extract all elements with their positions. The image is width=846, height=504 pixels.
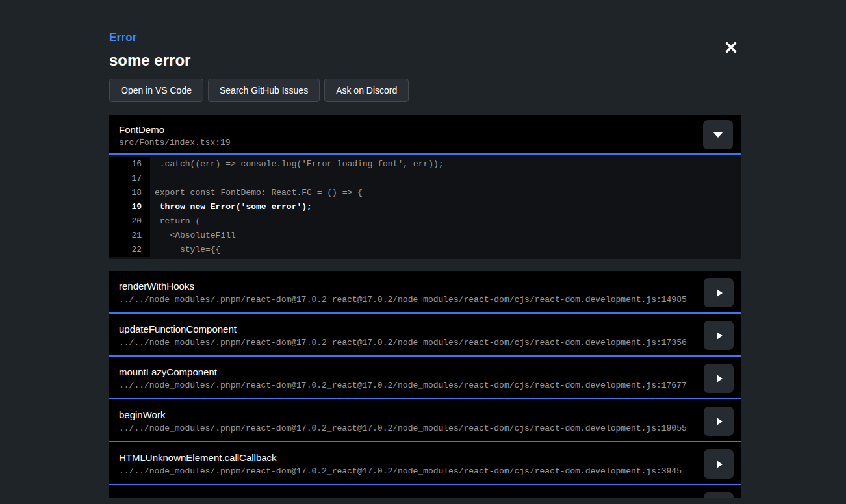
- play-expand-icon: [717, 418, 723, 425]
- expand-stack-frame-button[interactable]: [704, 492, 734, 498]
- line-code: throw new Error('some error');: [150, 200, 741, 214]
- action-buttons: Open in VS Code Search GitHub Issues Ask…: [109, 79, 409, 102]
- stack-trace-list: renderWithHooks ../../node_modules/.pnpm…: [109, 271, 741, 498]
- stack-frame-beginwork: beginWork ../../node_modules/.pnpm/react…: [109, 399, 741, 442]
- code-line: 21 <AbsoluteFill: [109, 229, 741, 243]
- code-frame-function-name: FontDemo: [119, 124, 741, 135]
- ask-on-discord-button[interactable]: Ask on Discord: [324, 79, 409, 102]
- stack-frame-callcallback: HTMLUnknownElement.callCallback ../../no…: [109, 442, 741, 485]
- code-line-highlighted: 19 throw new Error('some error');: [109, 200, 741, 214]
- play-expand-icon: [717, 289, 723, 297]
- stack-frame-mountlazycomponent: mountLazyComponent ../../node_modules/.p…: [109, 357, 741, 399]
- line-number: 19: [109, 200, 150, 214]
- line-number: 18: [109, 186, 150, 200]
- line-number: 22: [109, 243, 150, 257]
- code-frame-header: FontDemo src/Fonts/index.tsx:19: [109, 115, 741, 155]
- stack-frame-renderwithhooks: renderWithHooks ../../node_modules/.pnpm…: [109, 271, 741, 314]
- code-frame-panel: FontDemo src/Fonts/index.tsx:19 16 .catc…: [109, 115, 741, 259]
- stack-frame-path: ../../node_modules/.pnpm/react-dom@17.0.…: [119, 423, 741, 433]
- line-code: export const FontDemo: React.FC = () => …: [150, 186, 741, 200]
- code-line: 20 return (: [109, 214, 741, 229]
- line-number: 20: [109, 214, 150, 229]
- stack-frame-title: updateFunctionComponent: [119, 323, 741, 334]
- chevron-down-icon: [713, 132, 723, 138]
- play-expand-icon: [717, 375, 723, 383]
- stack-frame-title: beginWork: [119, 409, 741, 420]
- code-line: 17: [109, 171, 741, 186]
- close-button[interactable]: [724, 40, 738, 55]
- collapse-code-frame-button[interactable]: [703, 120, 733, 149]
- line-number: 21: [109, 229, 150, 243]
- stack-frame-title: renderWithHooks: [119, 281, 741, 292]
- expand-stack-frame-button[interactable]: [704, 364, 734, 393]
- line-code: style={{: [150, 243, 741, 257]
- expand-stack-frame-button[interactable]: [704, 449, 734, 479]
- error-message: some error: [109, 51, 190, 69]
- code-frame-location: src/Fonts/index.tsx:19: [119, 138, 741, 147]
- stack-frame-path: ../../node_modules/.pnpm/react-dom@17.0.…: [119, 295, 741, 305]
- stack-frame-title: HTMLUnknownElement.callCallback: [119, 452, 741, 463]
- play-expand-icon: [717, 460, 723, 468]
- line-number: 17: [109, 171, 150, 186]
- search-github-issues-button[interactable]: Search GitHub Issues: [208, 79, 320, 102]
- stack-frame-updatefunctioncomponent: updateFunctionComponent ../../node_modul…: [109, 314, 741, 357]
- code-line: 22 style={{: [109, 243, 741, 257]
- code-frame-body: 16 .catch((err) => console.log('Error lo…: [109, 155, 741, 259]
- line-code: return (: [150, 214, 741, 229]
- code-line: 16 .catch((err) => console.log('Error lo…: [109, 157, 741, 171]
- line-number: 16: [109, 157, 150, 171]
- expand-stack-frame-button[interactable]: [704, 321, 734, 350]
- code-line: 18export const FontDemo: React.FC = () =…: [109, 186, 741, 200]
- line-code: .catch((err) => console.log('Error loadi…: [150, 157, 741, 171]
- stack-frame-path: ../../node_modules/.pnpm/react-dom@17.0.…: [119, 381, 741, 390]
- expand-stack-frame-button[interactable]: [704, 278, 734, 307]
- open-in-vscode-button[interactable]: Open in VS Code: [109, 79, 203, 102]
- line-code: <AbsoluteFill: [150, 229, 741, 243]
- play-expand-icon: [717, 332, 723, 340]
- stack-frame-partial: [109, 485, 741, 498]
- stack-frame-title: mountLazyComponent: [119, 366, 741, 377]
- line-code: [150, 171, 741, 186]
- expand-stack-frame-button[interactable]: [704, 407, 734, 436]
- close-icon: [725, 42, 737, 53]
- error-kicker: Error: [109, 31, 137, 44]
- stack-frame-path: ../../node_modules/.pnpm/react-dom@17.0.…: [119, 338, 741, 347]
- stack-frame-path: ../../node_modules/.pnpm/react-dom@17.0.…: [119, 466, 741, 476]
